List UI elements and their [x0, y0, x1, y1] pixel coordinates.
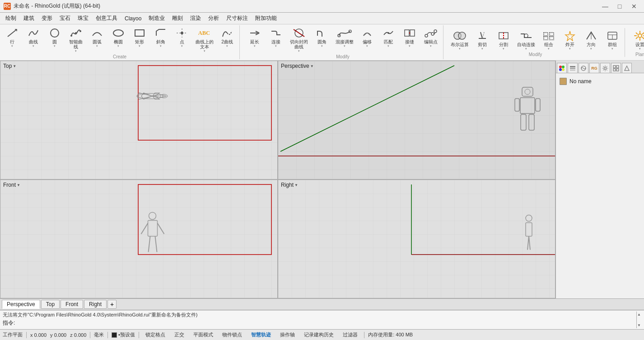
menu-manufacture[interactable]: 制造业: [145, 14, 168, 23]
menu-gem[interactable]: 宝石: [56, 14, 74, 23]
tool-extend[interactable]: 延长 ▾: [245, 25, 265, 49]
match-icon: [381, 27, 396, 39]
status-planar-btn[interactable]: 平面模式: [191, 331, 216, 339]
panel-tab-extra1[interactable]: [611, 63, 621, 73]
title-bar-controls: — □ ✕: [599, 1, 640, 11]
tool-offset[interactable]: 偏移 ▾: [357, 25, 377, 49]
svg-line-61: [158, 223, 164, 234]
tool-edit-pts[interactable]: 编辑点 ▾: [421, 25, 441, 49]
menu-render[interactable]: 渲染: [187, 14, 205, 23]
svg-rect-82: [613, 69, 616, 71]
viewport-perspective-label[interactable]: Perspective ▼: [281, 63, 314, 69]
menu-sculpt[interactable]: 雕刻: [168, 14, 187, 23]
scroll-up-btn[interactable]: ▲: [637, 312, 641, 316]
viewport-front-label[interactable]: Front ▼: [3, 182, 20, 188]
menu-creative[interactable]: 创意工具: [92, 14, 121, 23]
viewport-front[interactable]: Front ▼: [0, 179, 278, 298]
tool-group-curve: 曲线 ▾: [23, 25, 43, 54]
tool-rect[interactable]: 矩形 ▾: [130, 25, 149, 49]
menu-draw[interactable]: 绘制: [2, 14, 20, 23]
status-snap-btn[interactable]: 锁定格点: [143, 331, 168, 339]
menu-analysis[interactable]: 分析: [205, 14, 223, 23]
svg-rect-83: [616, 69, 619, 71]
tab-bar: Perspective Top Front Right +: [0, 298, 644, 310]
viewport-top[interactable]: Top ▼: [0, 61, 278, 179]
viewport-perspective[interactable]: Perspective ▼: [278, 61, 555, 179]
close-button[interactable]: ✕: [628, 1, 640, 11]
tool-cut-close-curve[interactable]: 切向封闭曲线 ▾: [287, 25, 311, 54]
menu-build[interactable]: 建筑: [20, 14, 38, 23]
panel-tab-materials[interactable]: [579, 63, 588, 73]
tab-right[interactable]: Right: [84, 300, 107, 309]
tool-curve[interactable]: 曲线 ▾: [23, 25, 43, 49]
tool-chamfer[interactable]: 斜角 ▾: [151, 25, 171, 49]
tool-explode[interactable]: 炸开 ▾: [560, 28, 580, 52]
menu-transform[interactable]: 变形: [38, 14, 56, 23]
panel-tab-extra2[interactable]: [622, 63, 632, 73]
tool-group-btn[interactable]: 组合 ▾: [539, 28, 559, 52]
maximize-button[interactable]: □: [613, 1, 626, 11]
layer-item-noname[interactable]: No name: [559, 76, 641, 87]
viewport-front-dropdown[interactable]: ▼: [17, 183, 20, 187]
plan-section-label: Plan: [630, 52, 644, 57]
panel-tab-settings[interactable]: [600, 63, 610, 73]
status-history-btn[interactable]: 记录建构历史: [301, 331, 336, 339]
tool-match[interactable]: 匹配 ▾: [378, 25, 398, 49]
tool-fillet[interactable]: 圆角 ▾: [312, 25, 332, 49]
status-smarttrack-btn[interactable]: 智慧轨迹: [248, 331, 274, 339]
menu-clayoo[interactable]: Clayoo: [121, 14, 145, 23]
panel-tab-rg[interactable]: RG: [589, 63, 599, 73]
command-scrollbar: ▲ ▼: [636, 312, 641, 328]
tool-circle[interactable]: 圆 ▾: [45, 25, 65, 49]
tool-line[interactable]: 行 ▾: [2, 25, 22, 49]
menu-dimension[interactable]: 尺寸标注: [223, 14, 252, 23]
tool-group-ellipse: 椭圆 ▾: [108, 25, 128, 54]
tool-smart-curve[interactable]: 智能曲线 ▾: [66, 25, 86, 54]
tab-front[interactable]: Front: [61, 300, 83, 309]
command-input[interactable]: [17, 320, 636, 326]
minimize-button[interactable]: —: [599, 1, 611, 11]
viewport-top-label[interactable]: Top ▼: [3, 63, 16, 69]
scroll-down-btn[interactable]: ▼: [637, 323, 641, 327]
ellipse-icon: [111, 27, 126, 39]
menu-jewelry[interactable]: 珠宝: [74, 14, 92, 23]
tab-perspective[interactable]: Perspective: [2, 300, 40, 309]
tab-add-button[interactable]: +: [107, 300, 117, 309]
viewport-right[interactable]: Right ▼: [278, 179, 555, 298]
status-ortho-btn[interactable]: 正交: [172, 331, 187, 339]
menu-addon[interactable]: 附加功能: [252, 14, 280, 23]
viewport-perspective-dropdown[interactable]: ▼: [310, 64, 314, 68]
tool-connect[interactable]: 连接 ▾: [266, 25, 286, 49]
tool-group-offset: 偏移 ▾: [357, 25, 377, 54]
tool-groups[interactable]: 群组 ▾: [602, 28, 622, 52]
tool-arc[interactable]: 圆弧 ▾: [87, 25, 107, 49]
svg-text:ABC: ABC: [198, 30, 210, 36]
tool-ellipse[interactable]: 椭圆 ▾: [108, 25, 128, 49]
status-sep-5: [364, 332, 364, 338]
svg-rect-53: [521, 114, 526, 130]
tool-direction[interactable]: 方向 ▾: [581, 28, 601, 52]
tool-2dcurve[interactable]: 2曲线 ▾: [217, 25, 237, 49]
tool-settings[interactable]: 设置 ▾: [630, 28, 644, 52]
panel-tab-colors[interactable]: [557, 63, 567, 73]
tab-top[interactable]: Top: [41, 300, 60, 309]
tool-split[interactable]: 分割 ▾: [494, 28, 513, 52]
viewport-top-dropdown[interactable]: ▼: [13, 64, 16, 68]
tool-text-curve[interactable]: ABC 曲线上的文本 ▾: [193, 25, 216, 54]
tool-boolean[interactable]: 布尔运算 ▾: [448, 28, 471, 52]
status-filter-btn[interactable]: 过滤器: [340, 331, 360, 339]
preset-color-square: [112, 332, 117, 338]
tool-join-seam[interactable]: 接缝 ▾: [400, 25, 420, 49]
tool-auto-join[interactable]: 自动连接 ▾: [515, 28, 537, 52]
status-gumball-btn[interactable]: 操作轴: [277, 331, 298, 339]
panel-tab-layers[interactable]: [568, 63, 578, 73]
viewport-right-dropdown[interactable]: ▼: [294, 183, 298, 187]
tool-point[interactable]: 点 ▾: [172, 25, 192, 49]
status-osnap-btn[interactable]: 物件锁点: [219, 331, 245, 339]
title-bar: RC 未命名 - RhinoGold (试用版) (64-bit) — □ ✕: [0, 0, 644, 13]
viewport-right-label[interactable]: Right ▼: [281, 182, 298, 188]
svg-point-2: [70, 35, 72, 37]
toolbar-create-group: 行 ▾ 曲线 ▾: [2, 25, 240, 59]
tool-trim[interactable]: 剪切 ▾: [472, 28, 492, 52]
tool-blend-adjust[interactable]: 混接调整 ▾: [333, 25, 356, 49]
